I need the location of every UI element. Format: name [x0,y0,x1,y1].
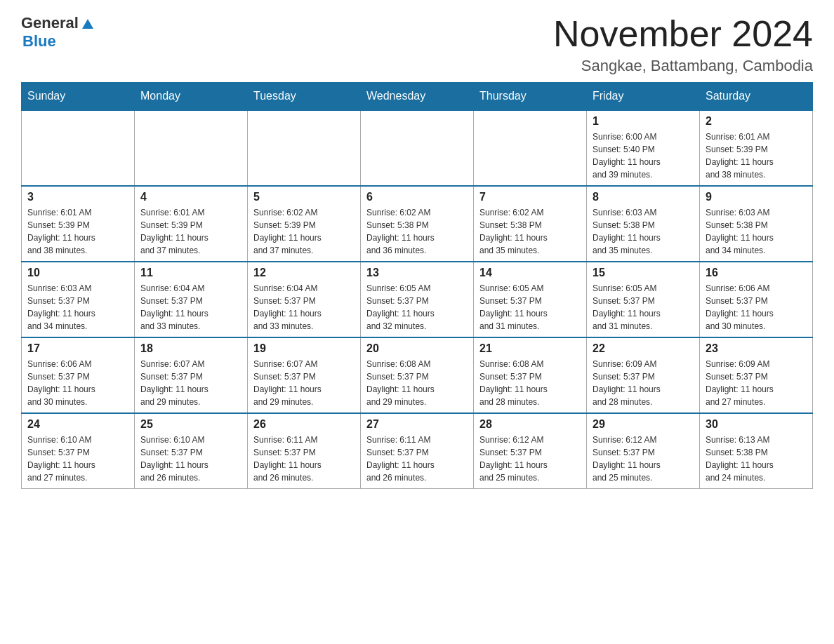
calendar-cell: 24Sunrise: 6:10 AM Sunset: 5:37 PM Dayli… [22,413,135,489]
calendar-cell: 5Sunrise: 6:02 AM Sunset: 5:39 PM Daylig… [248,186,361,262]
weekday-header-row: SundayMondayTuesdayWednesdayThursdayFrid… [22,83,813,111]
day-number: 17 [27,342,128,355]
day-number: 20 [366,342,468,355]
day-number: 29 [593,418,694,431]
calendar-cell: 26Sunrise: 6:11 AM Sunset: 5:37 PM Dayli… [248,413,361,489]
day-info: Sunrise: 6:04 AM Sunset: 5:37 PM Dayligh… [140,282,241,333]
day-info: Sunrise: 6:10 AM Sunset: 5:37 PM Dayligh… [27,434,128,484]
calendar-week-row: 24Sunrise: 6:10 AM Sunset: 5:37 PM Dayli… [22,413,813,489]
day-number: 28 [479,418,581,431]
day-info: Sunrise: 6:01 AM Sunset: 5:39 PM Dayligh… [27,206,128,257]
day-number: 23 [706,342,807,355]
day-number: 8 [593,191,694,203]
day-info: Sunrise: 6:13 AM Sunset: 5:38 PM Dayligh… [706,434,807,484]
day-number: 15 [593,267,694,279]
calendar-cell: 14Sunrise: 6:05 AM Sunset: 5:37 PM Dayli… [474,262,587,337]
day-number: 6 [366,191,468,203]
day-number: 4 [140,191,241,203]
day-info: Sunrise: 6:03 AM Sunset: 5:37 PM Dayligh… [27,282,128,333]
calendar-cell: 20Sunrise: 6:08 AM Sunset: 5:37 PM Dayli… [361,337,474,413]
day-info: Sunrise: 6:04 AM Sunset: 5:37 PM Dayligh… [253,282,355,333]
day-number: 27 [366,418,468,431]
calendar-cell: 17Sunrise: 6:06 AM Sunset: 5:37 PM Dayli… [22,337,135,413]
day-info: Sunrise: 6:03 AM Sunset: 5:38 PM Dayligh… [593,206,694,257]
calendar-cell: 23Sunrise: 6:09 AM Sunset: 5:37 PM Dayli… [700,337,813,413]
calendar-cell: 27Sunrise: 6:11 AM Sunset: 5:37 PM Dayli… [361,413,474,489]
calendar-cell [248,110,361,186]
calendar-cell: 18Sunrise: 6:07 AM Sunset: 5:37 PM Dayli… [135,337,248,413]
calendar-week-row: 17Sunrise: 6:06 AM Sunset: 5:37 PM Dayli… [22,337,813,413]
day-info: Sunrise: 6:12 AM Sunset: 5:37 PM Dayligh… [593,434,694,484]
day-info: Sunrise: 6:05 AM Sunset: 5:37 PM Dayligh… [593,282,694,333]
weekday-header-wednesday: Wednesday [361,83,474,111]
calendar-cell: 11Sunrise: 6:04 AM Sunset: 5:37 PM Dayli… [135,262,248,337]
day-info: Sunrise: 6:01 AM Sunset: 5:39 PM Dayligh… [706,130,807,181]
day-info: Sunrise: 6:10 AM Sunset: 5:37 PM Dayligh… [140,434,241,484]
logo-general-text: General [21,14,79,32]
weekday-header-tuesday: Tuesday [248,83,361,111]
logo: General Blue [21,14,95,51]
weekday-header-monday: Monday [135,83,248,111]
calendar-cell: 6Sunrise: 6:02 AM Sunset: 5:38 PM Daylig… [361,186,474,262]
calendar-week-row: 3Sunrise: 6:01 AM Sunset: 5:39 PM Daylig… [22,186,813,262]
calendar-cell: 15Sunrise: 6:05 AM Sunset: 5:37 PM Dayli… [587,262,700,337]
day-info: Sunrise: 6:03 AM Sunset: 5:38 PM Dayligh… [706,206,807,257]
day-info: Sunrise: 6:07 AM Sunset: 5:37 PM Dayligh… [140,358,241,408]
day-number: 24 [27,418,128,431]
day-number: 3 [27,191,128,203]
day-number: 26 [253,418,355,431]
calendar-cell: 13Sunrise: 6:05 AM Sunset: 5:37 PM Dayli… [361,262,474,337]
svg-marker-0 [82,19,93,29]
page-header: General Blue November 2024 Sangkae, Batt… [21,14,813,75]
day-info: Sunrise: 6:09 AM Sunset: 5:37 PM Dayligh… [593,358,694,408]
calendar-subtitle: Sangkae, Battambang, Cambodia [553,57,813,75]
day-info: Sunrise: 6:02 AM Sunset: 5:39 PM Dayligh… [253,206,355,257]
day-info: Sunrise: 6:08 AM Sunset: 5:37 PM Dayligh… [366,358,468,408]
day-info: Sunrise: 6:06 AM Sunset: 5:37 PM Dayligh… [706,282,807,333]
weekday-header-saturday: Saturday [700,83,813,111]
calendar-cell: 4Sunrise: 6:01 AM Sunset: 5:39 PM Daylig… [135,186,248,262]
title-section: November 2024 Sangkae, Battambang, Cambo… [553,14,813,75]
calendar-table: SundayMondayTuesdayWednesdayThursdayFrid… [21,82,813,489]
day-number: 21 [479,342,581,355]
day-number: 18 [140,342,241,355]
day-info: Sunrise: 6:06 AM Sunset: 5:37 PM Dayligh… [27,358,128,408]
calendar-cell: 19Sunrise: 6:07 AM Sunset: 5:37 PM Dayli… [248,337,361,413]
day-info: Sunrise: 6:01 AM Sunset: 5:39 PM Dayligh… [140,206,241,257]
day-number: 22 [593,342,694,355]
calendar-cell: 21Sunrise: 6:08 AM Sunset: 5:37 PM Dayli… [474,337,587,413]
day-number: 11 [140,267,241,279]
calendar-cell [361,110,474,186]
day-info: Sunrise: 6:07 AM Sunset: 5:37 PM Dayligh… [253,358,355,408]
calendar-week-row: 10Sunrise: 6:03 AM Sunset: 5:37 PM Dayli… [22,262,813,337]
calendar-cell: 10Sunrise: 6:03 AM Sunset: 5:37 PM Dayli… [22,262,135,337]
calendar-cell [474,110,587,186]
day-number: 19 [253,342,355,355]
calendar-cell: 3Sunrise: 6:01 AM Sunset: 5:39 PM Daylig… [22,186,135,262]
day-number: 9 [706,191,807,203]
weekday-header-thursday: Thursday [474,83,587,111]
day-number: 14 [479,267,581,279]
day-number: 30 [706,418,807,431]
logo-blue-text: Blue [22,32,56,51]
day-number: 5 [253,191,355,203]
calendar-cell: 16Sunrise: 6:06 AM Sunset: 5:37 PM Dayli… [700,262,813,337]
calendar-cell: 22Sunrise: 6:09 AM Sunset: 5:37 PM Dayli… [587,337,700,413]
calendar-cell: 8Sunrise: 6:03 AM Sunset: 5:38 PM Daylig… [587,186,700,262]
calendar-week-row: 1Sunrise: 6:00 AM Sunset: 5:40 PM Daylig… [22,110,813,186]
day-number: 13 [366,267,468,279]
day-info: Sunrise: 6:11 AM Sunset: 5:37 PM Dayligh… [366,434,468,484]
logo-triangle-icon [80,16,95,32]
day-number: 1 [593,115,694,128]
calendar-cell [135,110,248,186]
calendar-cell: 28Sunrise: 6:12 AM Sunset: 5:37 PM Dayli… [474,413,587,489]
calendar-cell: 9Sunrise: 6:03 AM Sunset: 5:38 PM Daylig… [700,186,813,262]
day-info: Sunrise: 6:05 AM Sunset: 5:37 PM Dayligh… [479,282,581,333]
calendar-cell: 1Sunrise: 6:00 AM Sunset: 5:40 PM Daylig… [587,110,700,186]
calendar-cell: 12Sunrise: 6:04 AM Sunset: 5:37 PM Dayli… [248,262,361,337]
day-number: 7 [479,191,581,203]
day-number: 25 [140,418,241,431]
day-info: Sunrise: 6:02 AM Sunset: 5:38 PM Dayligh… [366,206,468,257]
calendar-cell: 7Sunrise: 6:02 AM Sunset: 5:38 PM Daylig… [474,186,587,262]
day-number: 12 [253,267,355,279]
